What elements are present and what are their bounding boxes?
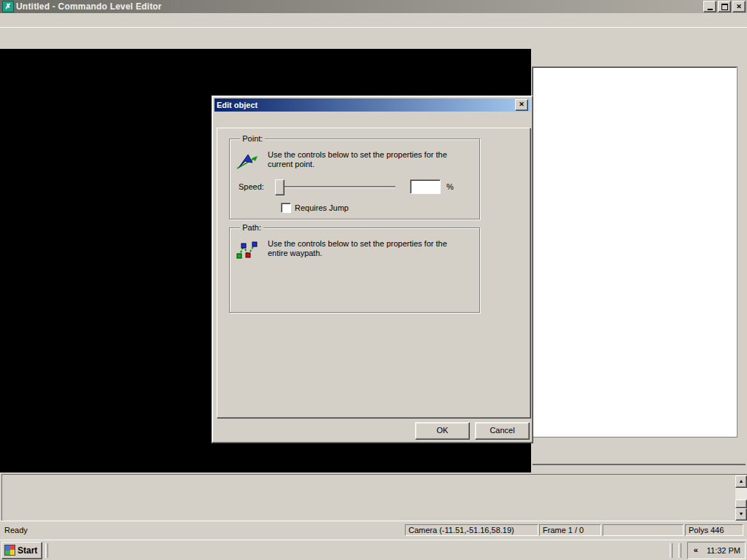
dialog-close-button[interactable]: ✕ [515, 99, 528, 111]
path-legend: Path: [240, 223, 263, 232]
taskbar-grip[interactable] [678, 543, 681, 558]
log-area: ▲ ▼ [0, 472, 747, 524]
status-polys: Polys 446 [685, 524, 743, 536]
start-label: Start [18, 545, 37, 556]
point-group: Point: Use the controls below to set the… [229, 134, 480, 219]
menu-bar [0, 13, 747, 27]
status-ready: Ready [4, 526, 28, 534]
waypath-tab-page: Point: Use the controls below to set the… [217, 128, 530, 418]
system-tray: « 11:32 PM [687, 542, 746, 559]
slider-thumb[interactable] [275, 179, 285, 195]
scroll-down-icon[interactable]: ▼ [735, 508, 747, 521]
close-button[interactable]: ✕ [732, 1, 746, 12]
app-icon [2, 1, 14, 12]
taskbar-grip[interactable] [670, 543, 673, 558]
taskbar-grip[interactable] [45, 543, 48, 558]
dialog-title-bar: Edit object ✕ [214, 98, 530, 112]
edit-object-dialog: Edit object ✕ Point: Use the controls be… [212, 96, 533, 443]
scroll-track[interactable] [735, 488, 747, 499]
taskbar: Start « 11:32 PM [0, 540, 747, 560]
dialog-title: Edit object [217, 101, 258, 109]
status-bar: Ready Camera (-11.51,-51.16,58.19) Frame… [0, 521, 747, 540]
preset-action-bar [533, 435, 746, 465]
clock: 11:32 PM [707, 546, 740, 555]
ok-button[interactable]: OK [415, 422, 470, 440]
window-title: Untitled - Commando Level Editor [16, 1, 162, 12]
toolbar [0, 27, 747, 50]
requires-jump-checkbox[interactable]: Requires Jump [281, 203, 349, 213]
cancel-button[interactable]: Cancel [475, 422, 530, 440]
point-legend: Point: [240, 134, 265, 143]
minimize-button[interactable] [703, 1, 716, 12]
title-bar: Untitled - Commando Level Editor ✕ [0, 0, 747, 13]
scroll-up-icon[interactable]: ▲ [735, 475, 747, 488]
presets-tree [533, 67, 737, 437]
log-scrollbar[interactable]: ▲ ▼ [735, 475, 747, 521]
status-frame: Frame 1 / 0 [539, 524, 601, 536]
point-description: Use the controls below to set the proper… [268, 150, 457, 169]
speed-input[interactable] [410, 179, 441, 194]
restore-button[interactable] [718, 1, 731, 12]
windows-flag-icon [4, 545, 15, 556]
speed-label: Speed: [239, 182, 269, 191]
path-description: Use the controls below to set the proper… [268, 239, 457, 258]
path-icon [236, 241, 259, 262]
percent-label: % [446, 182, 454, 191]
scroll-thumb[interactable] [735, 499, 747, 508]
checkbox[interactable] [281, 203, 291, 213]
start-button[interactable]: Start [1, 542, 42, 559]
tray-chevron-icon[interactable]: « [690, 545, 702, 556]
point-icon [236, 152, 259, 172]
path-group: Path: Use the controls below to set the … [229, 223, 480, 313]
checkbox-label: Requires Jump [295, 203, 349, 212]
presets-panel [531, 49, 747, 472]
panel-tab-strip [533, 52, 738, 67]
tab-page-spacer [228, 312, 519, 410]
status-blank [603, 524, 684, 536]
slider-track[interactable] [275, 186, 395, 188]
speed-slider[interactable] [275, 179, 395, 194]
status-camera: Camera (-11.51,-51.16,58.19) [405, 524, 538, 536]
